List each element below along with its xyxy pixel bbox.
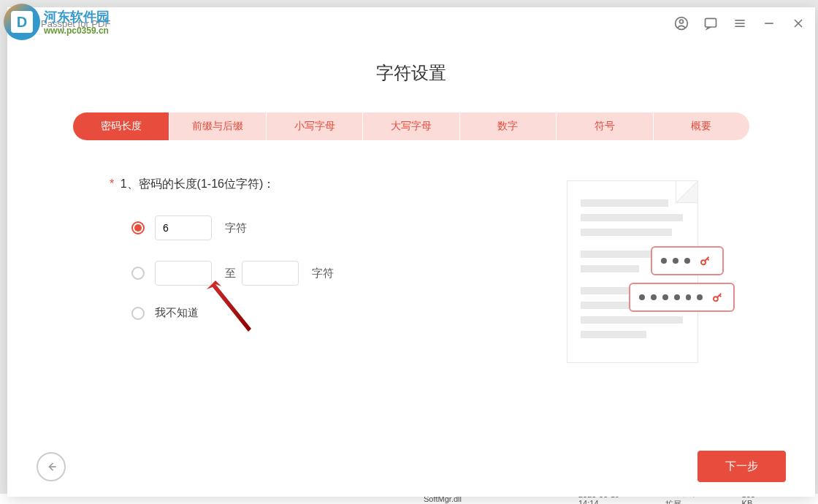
unit-label: 字符 xyxy=(225,221,247,235)
tab-lowercase[interactable]: 小写字母 xyxy=(267,112,362,140)
feedback-icon[interactable] xyxy=(703,15,719,31)
illustration xyxy=(567,180,713,374)
back-button[interactable] xyxy=(37,452,66,481)
option-exact-length: 字符 xyxy=(131,215,508,240)
key-icon xyxy=(699,254,712,267)
option-range-length: 至 字符 xyxy=(131,261,508,286)
tab-uppercase[interactable]: 大写字母 xyxy=(363,112,459,140)
minimize-button[interactable] xyxy=(761,15,777,31)
question-label: * 1、密码的长度(1-16位字符)： xyxy=(110,177,508,192)
svg-point-9 xyxy=(701,260,706,264)
tab-summary[interactable]: 概要 xyxy=(654,112,749,140)
tab-prefix-suffix[interactable]: 前缀与后缀 xyxy=(169,112,265,140)
radio-range[interactable] xyxy=(131,267,145,280)
tab-symbols[interactable]: 符号 xyxy=(557,112,652,140)
option-unknown: 我不知道 xyxy=(131,306,508,320)
to-label: 至 xyxy=(225,267,236,280)
tab-password-length[interactable]: 密码长度 xyxy=(73,112,169,140)
key-icon xyxy=(711,291,725,304)
next-button[interactable]: 下一步 xyxy=(697,451,786,482)
svg-point-1 xyxy=(680,20,684,23)
range-to-input[interactable] xyxy=(242,261,299,286)
user-icon[interactable] xyxy=(673,15,689,31)
unit-label-2: 字符 xyxy=(312,267,334,280)
watermark-logo: 河东软件园 www.pc0359.cn xyxy=(4,4,110,40)
svg-point-10 xyxy=(714,297,718,301)
menu-icon[interactable] xyxy=(732,15,748,31)
page-title: 字符设置 xyxy=(37,61,786,85)
required-mark: * xyxy=(110,177,114,190)
range-from-input[interactable] xyxy=(155,261,212,286)
exact-length-input[interactable] xyxy=(155,215,212,240)
svg-rect-2 xyxy=(706,18,716,27)
radio-unknown[interactable] xyxy=(131,307,145,320)
app-window: Passpet for PDF xyxy=(7,7,815,497)
unknown-label: 我不知道 xyxy=(155,306,199,320)
tab-numbers[interactable]: 数字 xyxy=(460,112,556,140)
tab-bar: 密码长度 前缀与后缀 小写字母 大写字母 数字 符号 概要 xyxy=(37,112,786,140)
app-title: Passpet for PDF xyxy=(41,18,673,29)
titlebar: Passpet for PDF xyxy=(7,7,815,39)
close-button[interactable] xyxy=(790,15,806,31)
radio-exact[interactable] xyxy=(131,221,145,234)
